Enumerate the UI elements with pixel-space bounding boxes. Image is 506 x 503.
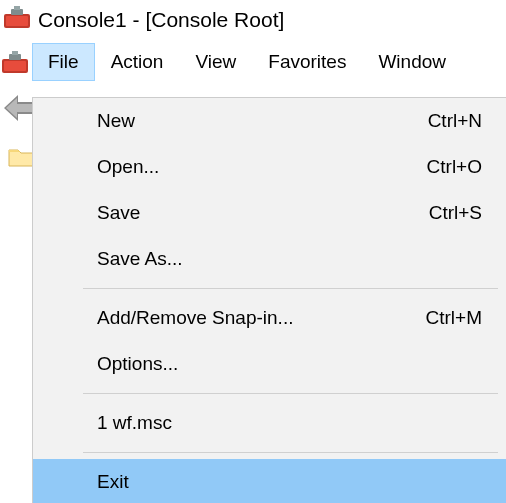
- menu-favorites[interactable]: Favorites: [252, 43, 362, 81]
- menu-item-new[interactable]: New Ctrl+N: [33, 98, 506, 144]
- menu-item-label: Open...: [97, 156, 159, 178]
- menu-item-shortcut: Ctrl+M: [386, 307, 482, 329]
- menu-item-open[interactable]: Open... Ctrl+O: [33, 144, 506, 190]
- svg-rect-3: [14, 6, 20, 10]
- menu-item-label: 1 wf.msc: [97, 412, 172, 434]
- menu-separator: [83, 452, 498, 453]
- menu-file[interactable]: File: [32, 43, 95, 81]
- svg-rect-7: [12, 51, 18, 55]
- menu-item-save-as[interactable]: Save As...: [33, 236, 506, 282]
- menu-item-label: Add/Remove Snap-in...: [97, 307, 293, 329]
- menu-item-label: Exit: [97, 471, 129, 493]
- menu-item-add-remove-snapin[interactable]: Add/Remove Snap-in... Ctrl+M: [33, 295, 506, 341]
- menu-item-shortcut: Ctrl+N: [388, 110, 482, 132]
- menu-item-recent-1[interactable]: 1 wf.msc: [33, 400, 506, 446]
- menu-item-label: Save: [97, 202, 140, 224]
- file-dropdown: New Ctrl+N Open... Ctrl+O Save Ctrl+S Sa…: [32, 97, 506, 503]
- titlebar: Console1 - [Console Root]: [0, 0, 506, 43]
- menu-item-label: Options...: [97, 353, 178, 375]
- svg-rect-5: [4, 61, 26, 71]
- menu-view[interactable]: View: [179, 43, 252, 81]
- menu-action[interactable]: Action: [95, 43, 180, 81]
- mmc-doc-icon: [2, 43, 28, 81]
- menu-item-shortcut: Ctrl+O: [387, 156, 482, 178]
- svg-rect-1: [6, 16, 28, 26]
- menubar: File Action View Favorites Window: [0, 43, 506, 81]
- menu-window[interactable]: Window: [362, 43, 462, 81]
- menu-item-options[interactable]: Options...: [33, 341, 506, 387]
- menu-item-shortcut: Ctrl+S: [389, 202, 482, 224]
- menu-item-save[interactable]: Save Ctrl+S: [33, 190, 506, 236]
- menu-item-label: Save As...: [97, 248, 183, 270]
- menu-item-exit[interactable]: Exit: [33, 459, 506, 503]
- menu-item-label: New: [97, 110, 135, 132]
- menu-separator: [83, 288, 498, 289]
- menu-separator: [83, 393, 498, 394]
- mmc-app-icon: [4, 6, 30, 33]
- window-title: Console1 - [Console Root]: [38, 8, 284, 32]
- folder-icon[interactable]: [8, 146, 34, 173]
